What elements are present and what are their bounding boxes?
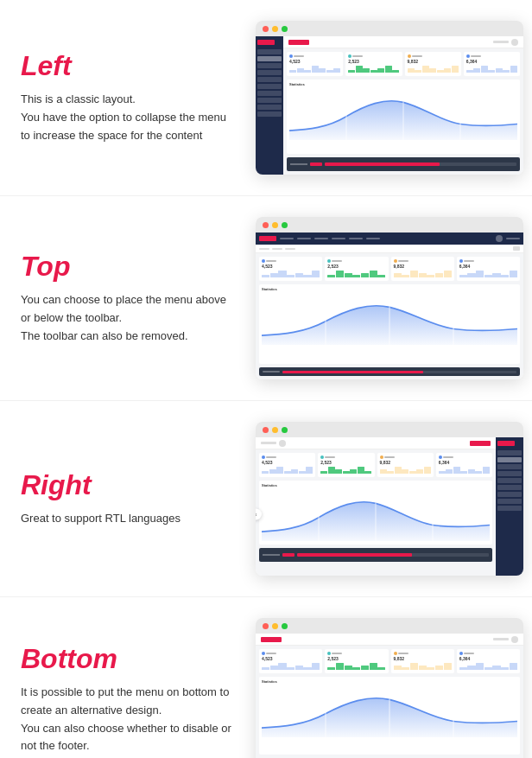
sidebar-item — [257, 63, 282, 68]
bottom-chart: Statistics — [259, 677, 520, 755]
card-revenue: 6,364 — [457, 649, 520, 673]
top-nav-logo — [259, 236, 276, 241]
left-preview: 4,523 — [256, 21, 523, 175]
card-clicks: 2,523 — [318, 453, 374, 477]
left-topbar — [283, 36, 523, 48]
left-chart: Statistics — [287, 80, 520, 154]
nav-item — [332, 238, 345, 239]
top-section: Top You can choose to place the menu abo… — [0, 196, 532, 401]
card-clicks: 2,523 — [325, 649, 388, 673]
left-footer — [287, 157, 520, 171]
dot-yellow — [272, 26, 278, 32]
card-calc: 9,832 — [405, 52, 461, 76]
right-sidebar — [496, 437, 523, 576]
toolbar-item — [259, 248, 269, 250]
nav-avatar — [496, 235, 503, 242]
left-title: Left — [21, 50, 238, 82]
dot-green — [282, 26, 288, 32]
footer-progress — [282, 371, 423, 373]
sidebar-item — [257, 105, 282, 110]
right-main-area: 4,523 2,523 9,832 — [256, 437, 496, 576]
sidebar-item — [497, 506, 522, 511]
dot-yellow — [272, 623, 278, 629]
nav-user — [506, 238, 520, 239]
right-chart: Statistics — [259, 481, 492, 545]
chart-svg — [262, 685, 517, 737]
top-title: Top — [21, 251, 238, 283]
right-cards: 4,523 2,523 9,832 — [256, 449, 496, 481]
bottom-browser-bar — [256, 618, 523, 634]
sidebar-item — [257, 56, 282, 61]
left-sidebar — [256, 36, 283, 175]
left-browser: 4,523 — [256, 21, 523, 175]
card-users: 4,523 — [259, 649, 322, 673]
bottom-section: Bottom It is possible to put the menu on… — [0, 597, 532, 758]
top-cards: 4,523 2,523 9,832 — [256, 253, 523, 284]
chart-title: Statistics — [262, 287, 517, 291]
dot-red — [263, 427, 269, 433]
sidebar-item — [497, 457, 522, 462]
chart-title: Statistics — [262, 483, 490, 487]
card-users: 4,523 — [259, 257, 322, 281]
top-text: Top You can choose to place the menu abo… — [14, 251, 238, 345]
card-users: 4,523 — [259, 453, 315, 477]
bottom-cards: 4,523 2,523 9,832 — [256, 646, 523, 677]
nav-item — [314, 238, 328, 239]
footer-text — [263, 371, 280, 373]
bottom-topbar — [256, 634, 523, 646]
top-desc: You can choose to place the menu above o… — [21, 291, 238, 345]
left-section: Left This is a classic layout.You have t… — [0, 0, 532, 196]
footer-label — [290, 163, 307, 165]
chart-svg — [262, 489, 490, 541]
left-text: Left This is a classic layout.You have t… — [14, 50, 238, 144]
sidebar-item — [257, 49, 282, 54]
right-topbar — [256, 437, 496, 449]
right-browser: 4,523 2,523 9,832 — [256, 422, 523, 576]
topbar-user-name — [493, 41, 509, 43]
top-nav — [256, 232, 523, 245]
bottom-preview: 4,523 2,523 9,832 — [256, 618, 523, 758]
topbar-logo — [288, 40, 309, 45]
dot-red — [263, 222, 269, 228]
sidebar-item — [497, 499, 522, 504]
bottom-browser: 4,523 2,523 9,832 — [256, 618, 523, 758]
card-clicks: 2,523 — [345, 52, 402, 76]
nav-item — [297, 238, 311, 239]
top-dash-content: 4,523 2,523 9,832 — [256, 232, 523, 379]
top-browser: 4,523 2,523 9,832 — [256, 217, 523, 379]
card-revenue: 6,364 — [436, 453, 492, 477]
sidebar-item — [257, 84, 282, 89]
right-browser-bar — [256, 422, 523, 437]
footer-bar — [297, 553, 489, 557]
toolbar-item — [285, 248, 295, 250]
top-main-area: 4,523 2,523 9,832 — [256, 253, 523, 379]
card-users: 4,523 — [287, 52, 343, 76]
left-dash-content: 4,523 — [256, 36, 523, 175]
footer-btn — [282, 553, 294, 557]
right-section: Right Great to support RTL languages — [0, 401, 532, 597]
top-preview: 4,523 2,523 9,832 — [256, 217, 523, 379]
nav-item — [280, 238, 294, 239]
right-text: Right Great to support RTL languages — [14, 469, 238, 528]
right-preview: 4,523 2,523 9,832 — [256, 422, 523, 576]
right-chart-container: Statistics — [256, 481, 496, 548]
sidebar-item — [497, 464, 522, 469]
sidebar-item — [497, 478, 522, 483]
sidebar-item — [497, 492, 522, 497]
card-clicks: 2,523 — [325, 257, 388, 281]
sidebar-item — [257, 70, 282, 75]
card-revenue: 6,364 — [457, 257, 520, 281]
left-desc: This is a classic layout.You have the op… — [21, 91, 238, 144]
top-chart: Statistics — [259, 284, 520, 364]
sidebar-item — [257, 98, 282, 103]
dot-red — [263, 26, 269, 32]
left-cards: 4,523 — [283, 48, 523, 80]
topbar-avatar — [279, 440, 286, 447]
sidebar-item — [497, 485, 522, 490]
topbar-logo — [261, 637, 282, 642]
bottom-dash-content: 4,523 2,523 9,832 — [256, 634, 523, 758]
nav-item — [349, 238, 363, 239]
toolbar-btn — [513, 246, 520, 251]
bottom-title: Bottom — [21, 643, 238, 675]
dot-green — [282, 427, 288, 433]
